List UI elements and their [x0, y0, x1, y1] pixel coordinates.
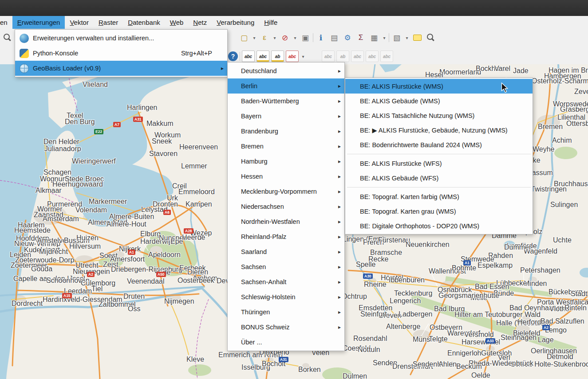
menubar-item[interactable]: Netz [188, 16, 212, 29]
states-menu-item[interactable]: Über ... ▸ [228, 335, 344, 350]
map-label: Wieringerwerf [72, 158, 116, 165]
road-badge: E22 [94, 129, 103, 134]
menu-item-python-console[interactable]: Python-Konsole Strg+Alt+P [15, 46, 227, 61]
menu-item-manage-plugins[interactable]: Erweiterungen verwalten und installieren… [15, 31, 227, 46]
menubar-item[interactable]: Datenbank [123, 16, 165, 29]
label-disabled-icon[interactable]: abc [351, 51, 364, 62]
toolbar-spacer[interactable] [308, 51, 320, 62]
label-toolbar-icon[interactable]: abc [242, 51, 255, 62]
dropdown-arrow-icon[interactable]: ▾ [404, 32, 410, 43]
states-menu-item[interactable]: Niedersachsen ▸ [228, 199, 344, 214]
toolbar-separator[interactable] [389, 33, 389, 42]
states-menu-item[interactable]: Deutschland ▸ [228, 63, 344, 78]
select-by-expression-icon[interactable]: ε [259, 32, 270, 43]
zoom-to-selection-icon[interactable] [425, 32, 436, 43]
menubar-item[interactable]: en [0, 16, 12, 29]
toolbar-row-2: ?abcabcababc▾abcababcabcabc [228, 51, 393, 62]
map-label: Driebergen-Rijsenburg [111, 266, 182, 273]
road-badge: A2 [87, 272, 95, 277]
menubar-item[interactable]: Raster [94, 16, 123, 29]
identify-features-icon[interactable]: ℹ [315, 32, 327, 43]
statistics-panel-icon[interactable]: ▤ [328, 32, 340, 43]
road-badge: A33 [485, 338, 495, 344]
berlin-layer-item[interactable]: BE: ▶ ALKIS Flurstücke, Gebäude, Nutzung… [345, 123, 533, 137]
deselect-icon[interactable]: ⊘ [279, 32, 291, 43]
states-menu-item[interactable]: Bayern ▸ [228, 109, 344, 124]
toolbar-separator[interactable] [313, 33, 313, 42]
processing-toolbox-icon[interactable]: ⚙ [342, 32, 353, 43]
menu-item-geobasis-loader[interactable]: GeoBasis Loader (v0.9) ▸ [15, 61, 227, 76]
label-highlight-icon[interactable]: ab [271, 51, 284, 62]
states-menu-item[interactable]: Mecklenburg-Vorpommern ▸ [228, 184, 344, 199]
label-disabled-icon[interactable]: abc [366, 51, 379, 62]
toolbar-left-group [1, 32, 13, 43]
submenu-arrow-icon: ▸ [216, 65, 224, 71]
label-disabled-icon[interactable]: ab [336, 51, 349, 62]
states-menu-item[interactable]: Sachsen ▸ [228, 259, 344, 274]
berlin-layer-item[interactable]: BE: Digitale Orthophotos - DOP20 (WMS) ▸ [345, 219, 533, 233]
help-icon[interactable]: ? [228, 51, 238, 61]
new-print-layout-icon[interactable]: ▧ [391, 32, 403, 43]
menubar-item[interactable]: Hilfe [259, 16, 282, 29]
select-features-icon[interactable]: ▢ [238, 32, 250, 43]
zoom-icon[interactable] [1, 32, 13, 43]
states-menu-item[interactable]: Hamburg ▸ [228, 154, 344, 169]
dropdown-arrow-icon[interactable]: ▾ [382, 32, 387, 43]
berlin-layer-item[interactable]: BE: Topograf. Karten grau (WMS) ▸ [345, 204, 533, 219]
menubar-item[interactable]: Vektor [65, 16, 94, 29]
states-menu-item[interactable]: Hessen ▸ [228, 169, 344, 184]
map-label: Lage [538, 336, 554, 344]
states-menu-item[interactable]: Rheinland-Pfalz ▸ [228, 229, 344, 244]
states-menu-item[interactable]: Saarland ▸ [228, 244, 344, 259]
label-pin-icon[interactable]: abc [257, 51, 269, 62]
label-rule-icon[interactable]: abc [286, 51, 299, 62]
sum-statistics-icon[interactable]: Σ [355, 32, 367, 43]
berlin-layer-item[interactable]: BE: ALKIS Gebäude (WFS) ▸ [345, 171, 533, 185]
map-tips-icon[interactable] [411, 32, 423, 43]
states-menu-item[interactable]: Sachsen-Anhalt ▸ [228, 274, 344, 289]
states-menu-item[interactable]: Berlin ▸ [228, 78, 344, 94]
menubar-item[interactable]: Verarbeitung [212, 16, 259, 29]
states-menu-item[interactable]: Bremen ▸ [228, 139, 344, 154]
states-menu-item[interactable]: Baden-Württemberg ▸ [228, 94, 344, 109]
states-menu-item[interactable]: Schleswig-Holstein ▸ [228, 289, 344, 305]
map-label: Kleve [186, 356, 204, 363]
berlin-layer-item[interactable]: BE: ALKIS Flurstücke (WFS) ▸ [345, 156, 533, 171]
berlin-layer-item[interactable]: BE: ALKIS Tatsächliche Nutzung (WMS) ▸ [345, 108, 533, 123]
map-label: Gouda [31, 266, 52, 273]
submenu-arrow-icon: ▸ [333, 294, 341, 300]
berlin-layer-item[interactable]: BE: Bodenrichtwerte Bauland 2024 (WMS) ▸ [345, 137, 533, 152]
submenu-arrow-icon: ▸ [333, 219, 341, 225]
states-menu-item[interactable]: Brandenburg ▸ [228, 124, 344, 139]
select-by-location-icon[interactable]: ▣ [300, 32, 311, 43]
berlin-layer-item[interactable]: BE: ALKIS Gebäude (WMS) ▸ [345, 94, 533, 108]
map-label: Huizen [76, 234, 99, 242]
menubar-item[interactable]: Erweiterungen [12, 16, 65, 29]
toolbar-separator[interactable] [240, 52, 240, 61]
label-disabled-icon[interactable]: abc [380, 51, 393, 62]
dropdown-arrow-icon[interactable]: ▾ [272, 32, 277, 43]
berlin-layer-item[interactable]: BE: Topograf. Karten farbig (WMS) ▸ [345, 189, 533, 204]
map-label: Minden [524, 280, 547, 287]
map-label: Druten [123, 293, 145, 300]
states-menu-item[interactable]: BONUS Schweiz ▸ [228, 320, 344, 335]
states-menu-item[interactable]: Thüringen ▸ [228, 305, 344, 320]
dropdown-arrow-icon[interactable]: ▾ [252, 32, 257, 43]
states-menu-item[interactable]: Nordrhein-Westfalen ▸ [228, 214, 344, 229]
map-label: Nottuln [358, 346, 380, 353]
dropdown-arrow-icon[interactable]: ▾ [300, 51, 306, 62]
submenu-arrow-icon: ▸ [333, 309, 341, 315]
map-label: Borken [298, 366, 321, 373]
map-label: Mijdrecht [39, 248, 68, 255]
plugins-menu: Erweiterungen verwalten und installieren… [15, 29, 228, 77]
map-label: Beckum [456, 363, 482, 370]
attribute-table-icon[interactable]: ▦ [368, 32, 380, 43]
road-badge: A30 [363, 274, 373, 279]
dropdown-arrow-icon[interactable]: ▾ [292, 32, 298, 43]
menu-bar: en Erweiterungen Vektor Raster Datenbank… [0, 16, 588, 29]
submenu-arrow-icon: ▸ [333, 173, 341, 180]
label-disabled-icon[interactable]: abc [322, 51, 335, 62]
map-label: Stavoren [149, 150, 178, 157]
submenu-arrow-icon: ▸ [333, 203, 341, 210]
menubar-item[interactable]: Web [165, 16, 189, 29]
